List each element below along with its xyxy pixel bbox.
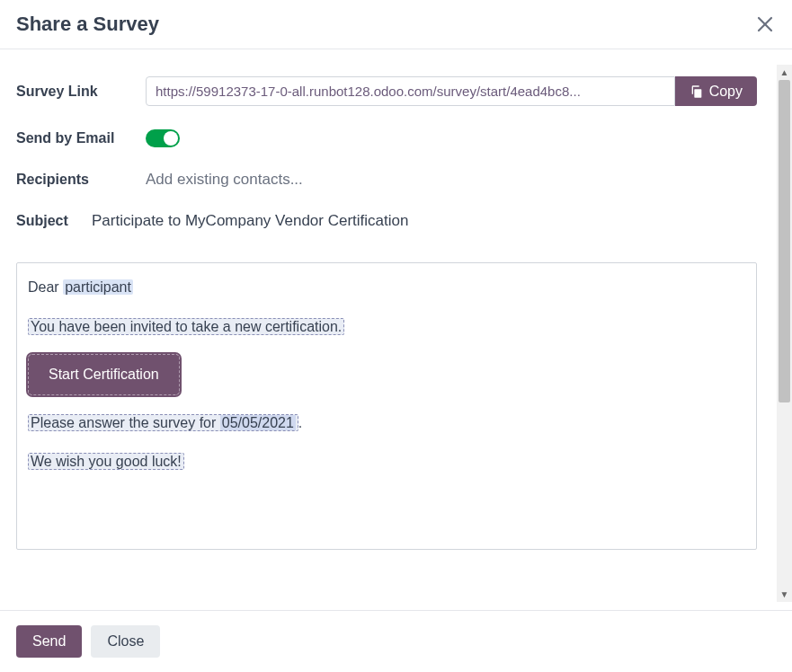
dialog-body: Survey Link https://59912373-17-0-all.ru… [0,49,792,610]
token-deadline-wrap: Please answer the survey for 05/05/2021 [28,414,298,431]
token-participant: participant [63,279,133,295]
copy-button[interactable]: Copy [675,76,757,106]
greeting-prefix: Dear [28,279,63,295]
scroll-up-icon[interactable]: ▲ [777,65,792,80]
survey-link-group: https://59912373-17-0-all.runbot128.odoo… [146,76,757,106]
survey-link-input[interactable]: https://59912373-17-0-all.runbot128.odoo… [146,76,675,106]
svg-rect-2 [694,89,701,97]
deadline-suffix: . [298,415,302,430]
dialog-title: Share a Survey [16,13,159,36]
toggle-knob [164,131,178,146]
copy-button-label: Copy [709,84,743,100]
editor-line-goodluck: We wish you good luck! [28,450,745,473]
dialog-footer: Send Close [0,610,792,672]
start-certification-button[interactable]: Start Certification [28,354,180,395]
editor-line-invite: You have been invited to take a new cert… [28,315,745,339]
label-survey-link: Survey Link [16,84,146,100]
deadline-prefix: Please answer the survey for [31,415,220,430]
scrollbar-vertical[interactable]: ▲ ▼ [777,65,792,602]
send-button[interactable]: Send [16,625,82,658]
row-subject: Subject Participate to MyCompany Vendor … [16,212,776,230]
token-date: 05/05/2021 [220,415,296,430]
recipients-input[interactable]: Add existing contacts... [146,171,776,189]
editor-greeting: Dear participant [28,276,745,299]
token-goodluck: We wish you good luck! [28,453,184,470]
label-subject: Subject [16,213,92,229]
token-invite-text: You have been invited to take a new cert… [28,318,344,335]
send-email-toggle[interactable] [146,129,180,147]
close-icon[interactable] [754,13,776,35]
editor-line-deadline: Please answer the survey for 05/05/2021. [28,411,745,435]
share-survey-dialog: Share a Survey Survey Link https://59912… [0,0,792,672]
scrollbar-thumb[interactable] [779,80,790,402]
row-send-email: Send by Email [16,129,776,147]
close-button[interactable]: Close [91,625,160,658]
label-recipients: Recipients [16,172,146,188]
dialog-header: Share a Survey [0,0,792,49]
copy-icon [690,84,704,99]
email-body-editor[interactable]: Dear participant You have been invited t… [16,262,757,550]
subject-input[interactable]: Participate to MyCompany Vendor Certific… [92,212,408,230]
row-survey-link: Survey Link https://59912373-17-0-all.ru… [16,76,776,106]
row-recipients: Recipients Add existing contacts... [16,171,776,189]
label-send-email: Send by Email [16,130,146,146]
scroll-down-icon[interactable]: ▼ [777,587,792,602]
